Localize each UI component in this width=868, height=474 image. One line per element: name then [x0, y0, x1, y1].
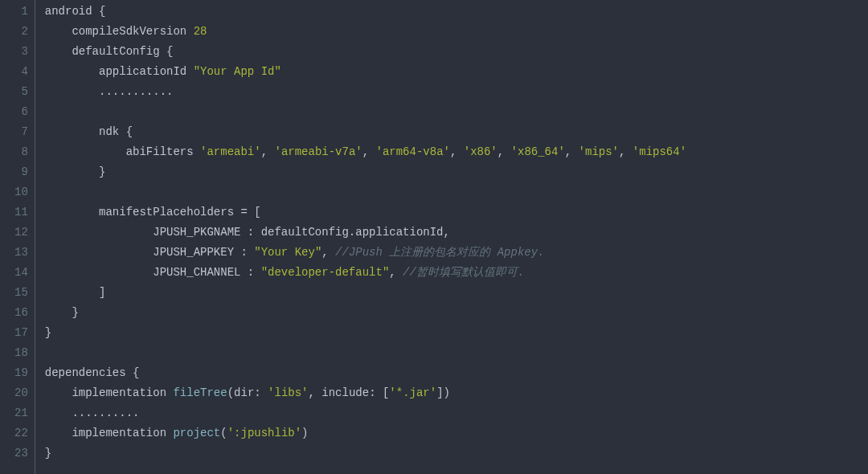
- token-string: 'mips64': [633, 145, 686, 158]
- code-line[interactable]: }: [45, 443, 686, 464]
- code-line[interactable]: [45, 102, 686, 122]
- line-number: 4: [14, 62, 28, 82]
- token-string: 'x86': [464, 145, 497, 158]
- token-default: dependencies {: [45, 366, 140, 379]
- token-default: ,: [261, 145, 275, 158]
- line-number: 21: [14, 403, 28, 423]
- token-string: ':jpushlib': [227, 427, 301, 439]
- code-line[interactable]: dependencies {: [45, 363, 686, 383]
- code-line[interactable]: }: [45, 162, 686, 182]
- code-line[interactable]: }: [45, 323, 686, 343]
- code-line[interactable]: defaultConfig {: [45, 42, 686, 62]
- token-string: "Your Key": [254, 246, 321, 259]
- line-number: 18: [14, 343, 28, 363]
- token-default: JPUSH_APPKEY :: [45, 246, 254, 259]
- token-default: ,: [321, 246, 335, 259]
- token-default: JPUSH_CHANNEL :: [45, 266, 261, 279]
- token-string: 'libs': [268, 386, 308, 399]
- token-default: ,: [565, 145, 579, 158]
- token-default: ..........: [45, 407, 140, 419]
- line-number: 10: [14, 182, 28, 202]
- token-default: , include: [: [309, 386, 390, 399]
- code-line[interactable]: applicationId "Your App Id": [45, 62, 686, 82]
- line-number: 12: [14, 223, 28, 243]
- token-default: android {: [45, 5, 106, 18]
- token-default: ): [301, 427, 308, 439]
- token-default: manifestPlaceholders = [: [45, 206, 261, 219]
- token-default: ,: [362, 145, 376, 158]
- code-line[interactable]: ndk {: [45, 122, 686, 142]
- token-string: "Your App Id": [194, 65, 281, 78]
- line-number: 17: [14, 323, 28, 343]
- line-number: 5: [14, 82, 28, 102]
- token-default: ,: [619, 145, 633, 158]
- token-func: fileTree: [173, 386, 227, 399]
- line-number: 23: [14, 443, 28, 464]
- code-area[interactable]: android { compileSdkVersion 28 defaultCo…: [35, 0, 686, 474]
- token-default: defaultConfig {: [45, 45, 174, 58]
- code-line[interactable]: manifestPlaceholders = [: [45, 202, 686, 223]
- token-string: '*.jar': [389, 386, 436, 399]
- line-number: 3: [14, 42, 28, 62]
- token-default: }: [45, 306, 79, 319]
- token-default: JPUSH_PKGNAME : defaultConfig.applicatio…: [45, 226, 450, 239]
- token-default: ]): [436, 386, 450, 399]
- token-string: 'arm64-v8a': [376, 145, 450, 158]
- line-number-gutter: 1234567891011121314151617181920212223: [0, 0, 35, 474]
- code-editor[interactable]: 1234567891011121314151617181920212223 an…: [0, 0, 868, 474]
- line-number: 14: [14, 263, 28, 283]
- token-default: ...........: [45, 85, 174, 98]
- token-default: (dir:: [227, 386, 268, 399]
- code-line[interactable]: JPUSH_APPKEY : "Your Key", //JPush 上注册的包…: [45, 243, 686, 263]
- code-line[interactable]: implementation fileTree(dir: 'libs', inc…: [45, 383, 686, 403]
- token-default: ,: [450, 145, 464, 158]
- code-line[interactable]: [45, 343, 686, 363]
- token-string: 'armeabi': [200, 145, 261, 158]
- code-line[interactable]: }: [45, 303, 686, 323]
- token-comment: //JPush 上注册的包名对应的 Appkey.: [335, 246, 544, 259]
- token-func: project: [173, 427, 220, 439]
- code-line[interactable]: JPUSH_CHANNEL : "developer-default", //暂…: [45, 263, 686, 283]
- line-number: 13: [14, 243, 28, 263]
- code-line[interactable]: ]: [45, 283, 686, 303]
- code-line[interactable]: ..........: [45, 403, 686, 423]
- code-line[interactable]: compileSdkVersion 28: [45, 22, 686, 42]
- line-number: 20: [14, 383, 28, 403]
- token-comment: //暂时填写默认值即可.: [403, 266, 524, 279]
- token-default: abiFilters: [45, 145, 200, 158]
- token-default: implementation: [45, 386, 174, 399]
- code-line[interactable]: ...........: [45, 82, 686, 102]
- line-number: 6: [14, 102, 28, 122]
- code-line[interactable]: implementation project(':jpushlib'): [45, 423, 686, 443]
- token-default: ndk {: [45, 125, 133, 138]
- line-number: 16: [14, 303, 28, 323]
- token-string: 'armeabi-v7a': [274, 145, 362, 158]
- token-string: 'mips': [579, 145, 619, 158]
- line-number: 7: [14, 122, 28, 142]
- token-default: ]: [45, 286, 106, 299]
- token-num: 28: [194, 25, 207, 38]
- token-default: }: [45, 447, 51, 460]
- line-number: 15: [14, 283, 28, 303]
- token-default: ,: [497, 145, 511, 158]
- line-number: 1: [14, 2, 28, 22]
- token-default: }: [45, 165, 106, 178]
- line-number: 9: [14, 162, 28, 182]
- line-number: 22: [14, 423, 28, 443]
- line-number: 19: [14, 363, 28, 383]
- line-number: 2: [14, 22, 28, 42]
- token-default: compileSdkVersion: [45, 25, 194, 38]
- token-string: 'x86_64': [511, 145, 565, 158]
- code-line[interactable]: JPUSH_PKGNAME : defaultConfig.applicatio…: [45, 223, 686, 243]
- token-string: "developer-default": [261, 266, 390, 279]
- line-number: 11: [14, 202, 28, 223]
- code-line[interactable]: android {: [45, 2, 686, 22]
- token-default: ,: [389, 266, 403, 279]
- token-default: }: [45, 326, 51, 339]
- token-default: applicationId: [45, 65, 194, 78]
- token-default: (: [220, 427, 227, 439]
- code-line[interactable]: abiFilters 'armeabi', 'armeabi-v7a', 'ar…: [45, 142, 686, 162]
- line-number: 8: [14, 142, 28, 162]
- token-default: implementation: [45, 427, 174, 439]
- code-line[interactable]: [45, 182, 686, 202]
